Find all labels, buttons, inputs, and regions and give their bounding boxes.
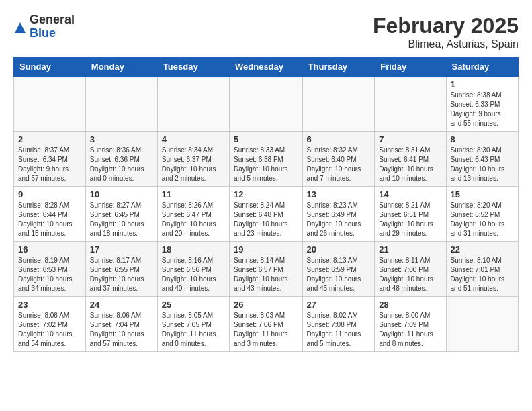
calendar-day-cell — [446, 297, 518, 352]
day-number: 19 — [234, 244, 298, 255]
day-number: 24 — [90, 300, 153, 310]
calendar-day-cell: 18Sunrise: 8:16 AM Sunset: 6:56 PM Dayli… — [157, 242, 229, 297]
calendar-table: SundayMondayTuesdayWednesdayThursdayFrid… — [13, 57, 519, 352]
logo-icon — [13, 21, 27, 34]
day-info: Sunrise: 8:10 AM Sunset: 7:01 PM Dayligh… — [451, 256, 514, 293]
col-header-wednesday: Wednesday — [230, 58, 303, 77]
day-number: 10 — [90, 189, 153, 199]
day-number: 13 — [307, 189, 371, 199]
day-info: Sunrise: 8:24 AM Sunset: 6:48 PM Dayligh… — [234, 201, 298, 238]
day-info: Sunrise: 8:36 AM Sunset: 6:36 PM Dayligh… — [90, 146, 153, 183]
day-info: Sunrise: 8:11 AM Sunset: 7:00 PM Dayligh… — [379, 256, 441, 293]
calendar-day-cell — [302, 77, 375, 132]
calendar-day-cell: 1Sunrise: 8:38 AM Sunset: 6:33 PM Daylig… — [446, 77, 518, 132]
day-info: Sunrise: 8:13 AM Sunset: 6:59 PM Dayligh… — [307, 256, 371, 293]
day-number: 15 — [451, 189, 514, 199]
day-number: 21 — [379, 244, 441, 255]
calendar-week-row: 2Sunrise: 8:37 AM Sunset: 6:34 PM Daylig… — [14, 132, 519, 187]
day-number: 25 — [162, 300, 225, 310]
col-header-thursday: Thursday — [302, 58, 375, 77]
logo-blue-text: Blue — [30, 27, 75, 40]
day-info: Sunrise: 8:08 AM Sunset: 7:02 PM Dayligh… — [18, 311, 81, 349]
calendar-week-row: 9Sunrise: 8:28 AM Sunset: 6:44 PM Daylig… — [14, 187, 519, 242]
calendar-subtitle: Blimea, Asturias, Spain — [373, 38, 519, 50]
day-info: Sunrise: 8:02 AM Sunset: 7:08 PM Dayligh… — [307, 311, 371, 349]
calendar-day-cell: 26Sunrise: 8:03 AM Sunset: 7:06 PM Dayli… — [230, 297, 303, 352]
day-info: Sunrise: 8:33 AM Sunset: 6:38 PM Dayligh… — [234, 146, 298, 183]
calendar-day-cell: 25Sunrise: 8:05 AM Sunset: 7:05 PM Dayli… — [157, 297, 229, 352]
calendar-day-cell: 22Sunrise: 8:10 AM Sunset: 7:01 PM Dayli… — [446, 242, 518, 297]
day-info: Sunrise: 8:20 AM Sunset: 6:52 PM Dayligh… — [451, 201, 514, 238]
calendar-day-cell: 21Sunrise: 8:11 AM Sunset: 7:00 PM Dayli… — [375, 242, 446, 297]
day-number: 16 — [18, 244, 81, 255]
day-info: Sunrise: 8:27 AM Sunset: 6:45 PM Dayligh… — [90, 201, 153, 238]
calendar-day-cell: 16Sunrise: 8:19 AM Sunset: 6:53 PM Dayli… — [14, 242, 86, 297]
day-info: Sunrise: 8:00 AM Sunset: 7:09 PM Dayligh… — [379, 311, 441, 349]
calendar-day-cell: 6Sunrise: 8:32 AM Sunset: 6:40 PM Daylig… — [302, 132, 375, 187]
day-info: Sunrise: 8:17 AM Sunset: 6:55 PM Dayligh… — [90, 256, 153, 293]
day-info: Sunrise: 8:14 AM Sunset: 6:57 PM Dayligh… — [234, 256, 298, 293]
day-number: 6 — [307, 134, 371, 144]
day-info: Sunrise: 8:26 AM Sunset: 6:47 PM Dayligh… — [162, 201, 225, 238]
day-info: Sunrise: 8:05 AM Sunset: 7:05 PM Dayligh… — [162, 311, 225, 349]
col-header-friday: Friday — [375, 58, 446, 77]
calendar-day-cell: 17Sunrise: 8:17 AM Sunset: 6:55 PM Dayli… — [85, 242, 157, 297]
day-number: 2 — [18, 134, 81, 144]
day-number: 11 — [162, 189, 225, 199]
day-info: Sunrise: 8:31 AM Sunset: 6:41 PM Dayligh… — [379, 146, 441, 183]
calendar-day-cell: 8Sunrise: 8:30 AM Sunset: 6:43 PM Daylig… — [446, 132, 518, 187]
day-info: Sunrise: 8:21 AM Sunset: 6:51 PM Dayligh… — [379, 201, 441, 238]
calendar-day-cell: 7Sunrise: 8:31 AM Sunset: 6:41 PM Daylig… — [375, 132, 446, 187]
day-info: Sunrise: 8:06 AM Sunset: 7:04 PM Dayligh… — [90, 311, 153, 349]
calendar-day-cell: 9Sunrise: 8:28 AM Sunset: 6:44 PM Daylig… — [14, 187, 86, 242]
day-number: 14 — [379, 189, 441, 199]
calendar-day-cell: 28Sunrise: 8:00 AM Sunset: 7:09 PM Dayli… — [375, 297, 446, 352]
day-number: 26 — [234, 300, 298, 310]
title-block: February 2025 Blimea, Asturias, Spain — [373, 13, 519, 50]
calendar-day-cell: 24Sunrise: 8:06 AM Sunset: 7:04 PM Dayli… — [85, 297, 157, 352]
col-header-sunday: Sunday — [14, 58, 86, 77]
day-info: Sunrise: 8:37 AM Sunset: 6:34 PM Dayligh… — [18, 146, 81, 183]
calendar-day-cell: 5Sunrise: 8:33 AM Sunset: 6:38 PM Daylig… — [230, 132, 303, 187]
calendar-day-cell: 12Sunrise: 8:24 AM Sunset: 6:48 PM Dayli… — [230, 187, 303, 242]
day-number: 1 — [451, 79, 514, 89]
calendar-day-cell: 23Sunrise: 8:08 AM Sunset: 7:02 PM Dayli… — [14, 297, 86, 352]
logo: General Blue — [13, 13, 75, 40]
calendar-day-cell: 20Sunrise: 8:13 AM Sunset: 6:59 PM Dayli… — [302, 242, 375, 297]
page-header: General Blue February 2025 Blimea, Astur… — [13, 13, 519, 50]
calendar-day-cell — [85, 77, 157, 132]
calendar-day-cell: 3Sunrise: 8:36 AM Sunset: 6:36 PM Daylig… — [85, 132, 157, 187]
calendar-day-cell — [375, 77, 446, 132]
day-number: 12 — [234, 189, 298, 199]
calendar-day-cell: 27Sunrise: 8:02 AM Sunset: 7:08 PM Dayli… — [302, 297, 375, 352]
day-number: 28 — [379, 300, 441, 310]
calendar-day-cell — [230, 77, 303, 132]
day-number: 18 — [162, 244, 225, 255]
col-header-monday: Monday — [85, 58, 157, 77]
col-header-tuesday: Tuesday — [157, 58, 229, 77]
day-number: 9 — [18, 189, 81, 199]
day-number: 7 — [379, 134, 441, 144]
day-info: Sunrise: 8:30 AM Sunset: 6:43 PM Dayligh… — [451, 146, 514, 183]
calendar-day-cell: 15Sunrise: 8:20 AM Sunset: 6:52 PM Dayli… — [446, 187, 518, 242]
calendar-day-cell: 19Sunrise: 8:14 AM Sunset: 6:57 PM Dayli… — [230, 242, 303, 297]
calendar-day-cell: 11Sunrise: 8:26 AM Sunset: 6:47 PM Dayli… — [157, 187, 229, 242]
day-number: 3 — [90, 134, 153, 144]
svg-marker-0 — [15, 22, 26, 33]
calendar-day-cell: 10Sunrise: 8:27 AM Sunset: 6:45 PM Dayli… — [85, 187, 157, 242]
calendar-day-cell: 2Sunrise: 8:37 AM Sunset: 6:34 PM Daylig… — [14, 132, 86, 187]
day-number: 20 — [307, 244, 371, 255]
day-info: Sunrise: 8:23 AM Sunset: 6:49 PM Dayligh… — [307, 201, 371, 238]
calendar-week-row: 16Sunrise: 8:19 AM Sunset: 6:53 PM Dayli… — [14, 242, 519, 297]
calendar-week-row: 1Sunrise: 8:38 AM Sunset: 6:33 PM Daylig… — [14, 77, 519, 132]
day-info: Sunrise: 8:03 AM Sunset: 7:06 PM Dayligh… — [234, 311, 298, 349]
day-number: 22 — [451, 244, 514, 255]
day-info: Sunrise: 8:38 AM Sunset: 6:33 PM Dayligh… — [451, 91, 514, 128]
day-number: 23 — [18, 300, 81, 310]
day-info: Sunrise: 8:19 AM Sunset: 6:53 PM Dayligh… — [18, 256, 81, 293]
day-number: 5 — [234, 134, 298, 144]
calendar-title: February 2025 — [373, 13, 519, 38]
day-number: 8 — [451, 134, 514, 144]
day-number: 27 — [307, 300, 371, 310]
calendar-day-cell — [157, 77, 229, 132]
